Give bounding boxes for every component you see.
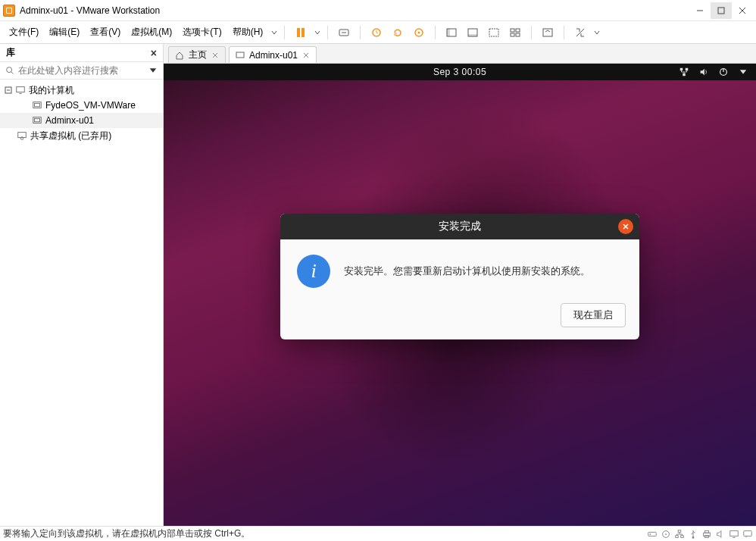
svg-rect-40 bbox=[704, 530, 708, 533]
svg-rect-35 bbox=[678, 530, 681, 532]
menu-vm[interactable]: 虚拟机(M) bbox=[127, 23, 177, 42]
view-single-button[interactable] bbox=[442, 23, 461, 42]
vm-display[interactable]: Sep 3 00:05 安装完成 bbox=[164, 64, 756, 526]
menu-dropdown-icon[interactable] bbox=[270, 29, 278, 36]
fullscreen-button[interactable] bbox=[538, 23, 558, 42]
home-icon bbox=[175, 51, 184, 60]
send-ctrl-alt-del-button[interactable] bbox=[334, 23, 354, 42]
gnome-topbar: Sep 3 00:05 bbox=[164, 64, 756, 80]
svg-rect-42 bbox=[730, 530, 739, 536]
device-sound-icon[interactable] bbox=[715, 529, 726, 539]
svg-point-34 bbox=[665, 533, 667, 535]
vm-tab-icon bbox=[236, 51, 245, 60]
gnome-datetime[interactable]: Sep 3 00:05 bbox=[433, 67, 486, 77]
device-hdd-icon[interactable] bbox=[647, 529, 658, 539]
library-header: 库 × bbox=[0, 44, 163, 62]
unity-button[interactable] bbox=[570, 23, 590, 42]
twisty-open-icon bbox=[5, 86, 12, 94]
view-dashed-button[interactable] bbox=[484, 23, 504, 42]
install-complete-dialog: 安装完成 i 安装完毕。您需要重新启动计算机以使用新安装的系统。 现在重启 bbox=[280, 214, 639, 339]
view-thumbnails-button[interactable] bbox=[505, 23, 525, 42]
ubuntu-desktop[interactable]: Sep 3 00:05 安装完成 bbox=[164, 64, 756, 526]
svg-rect-28 bbox=[686, 68, 689, 71]
svg-point-6 bbox=[418, 31, 420, 33]
library-search-input[interactable] bbox=[18, 65, 145, 76]
tree-vm-adminx[interactable]: Adminx-u01 bbox=[0, 113, 163, 128]
menu-edit[interactable]: 编辑(E) bbox=[45, 23, 84, 42]
statusbar: 要将输入定向到该虚拟机，请在虚拟机内部单击或按 Ctrl+G。 bbox=[0, 526, 756, 541]
svg-rect-31 bbox=[648, 532, 657, 536]
dialog-title: 安装完成 bbox=[439, 220, 481, 233]
device-network-icon[interactable] bbox=[674, 529, 685, 539]
svg-point-17 bbox=[7, 67, 12, 73]
svg-rect-27 bbox=[680, 68, 683, 71]
device-cd-icon[interactable] bbox=[661, 529, 671, 539]
library-search bbox=[0, 62, 163, 80]
window-close-button[interactable] bbox=[732, 2, 753, 19]
device-printer-icon[interactable] bbox=[701, 529, 712, 539]
network-icon bbox=[679, 67, 689, 77]
tab-bar: 主页 Adminx-u01 bbox=[164, 44, 756, 64]
pause-vm-button[interactable] bbox=[291, 23, 311, 42]
power-dropdown-icon[interactable] bbox=[314, 29, 321, 36]
status-hint: 要将输入定向到该虚拟机，请在虚拟机内部单击或按 Ctrl+G。 bbox=[3, 527, 250, 540]
tab-vm-adminx[interactable]: Adminx-u01 bbox=[229, 46, 317, 63]
vmware-logo-icon bbox=[3, 5, 15, 17]
svg-rect-8 bbox=[447, 29, 450, 36]
tab-close-icon[interactable] bbox=[302, 52, 310, 59]
library-title: 库 bbox=[6, 46, 15, 59]
unity-dropdown-icon[interactable] bbox=[593, 29, 601, 36]
svg-rect-21 bbox=[35, 103, 40, 106]
tree-vm-fydeos[interactable]: FydeOS_VM-VMWare bbox=[0, 98, 163, 113]
window-titlebar: Adminx-u01 - VMware Workstation bbox=[0, 0, 756, 21]
snapshot-manager-button[interactable] bbox=[409, 23, 429, 42]
vm-icon bbox=[32, 100, 42, 111]
menubar: 文件(F) 编辑(E) 查看(V) 虚拟机(M) 选项卡(T) 帮助(H) bbox=[0, 21, 756, 44]
chevron-down-icon bbox=[738, 67, 748, 77]
library-sidebar: 库 × 我的计算机 FydeOS_VM-VMWare Adminx-u01 bbox=[0, 44, 164, 526]
tab-label: 主页 bbox=[189, 48, 207, 61]
svg-rect-36 bbox=[676, 535, 679, 537]
window-minimize-button[interactable] bbox=[689, 2, 711, 19]
dialog-close-button[interactable] bbox=[618, 219, 633, 234]
menu-tabs[interactable]: 选项卡(T) bbox=[178, 23, 226, 42]
window-maximize-button[interactable] bbox=[711, 2, 732, 19]
menu-view[interactable]: 查看(V) bbox=[86, 23, 125, 42]
tab-home[interactable]: 主页 bbox=[168, 46, 226, 63]
menu-help[interactable]: 帮助(H) bbox=[228, 23, 268, 42]
svg-rect-19 bbox=[17, 87, 25, 92]
device-usb-icon[interactable] bbox=[688, 529, 698, 539]
dialog-titlebar: 安装完成 bbox=[280, 214, 639, 239]
tree-my-computer[interactable]: 我的计算机 bbox=[0, 83, 163, 98]
device-display-icon[interactable] bbox=[729, 529, 739, 539]
snapshot-take-button[interactable] bbox=[367, 23, 386, 42]
search-icon bbox=[5, 65, 15, 76]
svg-rect-23 bbox=[35, 118, 40, 121]
window-title: Adminx-u01 - VMware Workstation bbox=[20, 5, 689, 16]
info-icon: i bbox=[297, 255, 330, 288]
svg-rect-15 bbox=[516, 33, 520, 36]
tab-label: Adminx-u01 bbox=[249, 50, 298, 61]
search-dropdown-icon[interactable] bbox=[148, 65, 158, 76]
menu-file[interactable]: 文件(F) bbox=[5, 23, 43, 42]
svg-rect-11 bbox=[489, 29, 498, 36]
tab-close-icon[interactable] bbox=[211, 52, 219, 59]
svg-rect-12 bbox=[511, 29, 514, 32]
snapshot-revert-button[interactable] bbox=[388, 23, 408, 42]
svg-rect-13 bbox=[516, 29, 520, 32]
computer-icon bbox=[15, 85, 26, 95]
svg-rect-14 bbox=[511, 33, 514, 36]
tree-label: Adminx-u01 bbox=[45, 115, 94, 126]
svg-point-38 bbox=[692, 536, 695, 539]
shared-icon bbox=[17, 130, 27, 141]
view-console-button[interactable] bbox=[463, 23, 483, 42]
tree-label: 我的计算机 bbox=[29, 84, 74, 97]
svg-point-32 bbox=[650, 533, 651, 535]
svg-rect-26 bbox=[236, 52, 244, 58]
svg-rect-2 bbox=[301, 28, 305, 37]
device-message-icon[interactable] bbox=[742, 529, 753, 539]
library-close-button[interactable]: × bbox=[151, 47, 157, 59]
restart-now-button[interactable]: 现在重启 bbox=[561, 303, 626, 327]
tree-shared-vms[interactable]: 共享虚拟机 (已弃用) bbox=[0, 128, 163, 143]
gnome-system-tray[interactable] bbox=[679, 67, 748, 77]
